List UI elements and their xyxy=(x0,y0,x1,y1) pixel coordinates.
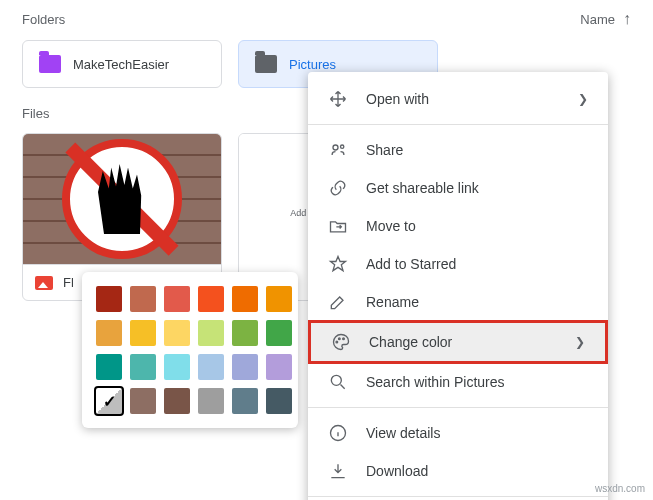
menu-label: Download xyxy=(366,463,428,479)
menu-label: Change color xyxy=(369,334,452,350)
color-swatch[interactable] xyxy=(130,354,156,380)
menu-view-details[interactable]: View details xyxy=(308,414,608,452)
folder-label: Pictures xyxy=(289,57,336,72)
color-swatch[interactable] xyxy=(130,320,156,346)
chevron-right-icon: ❯ xyxy=(575,335,585,349)
folder-label: MakeTechEasier xyxy=(73,57,169,72)
menu-label: Search within Pictures xyxy=(366,374,505,390)
svg-point-3 xyxy=(339,338,341,340)
open-with-icon xyxy=(328,89,348,109)
menu-add-starred[interactable]: Add to Starred xyxy=(308,245,608,283)
sort-label: Name xyxy=(580,12,615,27)
color-swatch[interactable] xyxy=(266,286,292,312)
svg-point-1 xyxy=(341,145,344,148)
color-swatch[interactable] xyxy=(232,286,258,312)
share-icon xyxy=(328,140,348,160)
chevron-right-icon: ❯ xyxy=(578,92,588,106)
svg-point-2 xyxy=(336,341,338,343)
rename-icon xyxy=(328,292,348,312)
svg-point-5 xyxy=(331,375,341,385)
menu-label: Move to xyxy=(366,218,416,234)
color-swatch[interactable] xyxy=(96,320,122,346)
color-swatch[interactable] xyxy=(198,354,224,380)
menu-open-with[interactable]: Open with ❯ xyxy=(308,80,608,118)
menu-label: Rename xyxy=(366,294,419,310)
star-icon xyxy=(328,254,348,274)
menu-download[interactable]: Download xyxy=(308,452,608,490)
menu-change-color[interactable]: Change color ❯ xyxy=(308,320,608,364)
color-swatch[interactable] xyxy=(266,320,292,346)
move-to-icon xyxy=(328,216,348,236)
file-name: Fl xyxy=(63,275,74,290)
folder-icon xyxy=(255,55,277,73)
color-swatch[interactable] xyxy=(164,286,190,312)
color-swatch[interactable] xyxy=(164,354,190,380)
menu-move-to[interactable]: Move to xyxy=(308,207,608,245)
menu-separator xyxy=(308,496,608,497)
color-swatch[interactable] xyxy=(164,388,190,414)
color-swatch[interactable] xyxy=(198,320,224,346)
color-swatch[interactable] xyxy=(130,286,156,312)
color-picker-popup xyxy=(82,272,298,428)
color-swatch[interactable] xyxy=(96,354,122,380)
menu-label: Share xyxy=(366,142,403,158)
palette-icon xyxy=(331,332,351,352)
color-swatch[interactable] xyxy=(266,388,292,414)
folder-maketecheasier[interactable]: MakeTechEasier xyxy=(22,40,222,88)
stop-sign-icon xyxy=(62,139,182,259)
menu-separator xyxy=(308,124,608,125)
svg-point-0 xyxy=(333,145,338,150)
color-swatch[interactable] xyxy=(164,320,190,346)
download-icon xyxy=(328,461,348,481)
menu-share[interactable]: Share xyxy=(308,131,608,169)
arrow-up-icon: ↑ xyxy=(623,10,631,28)
folders-heading: Folders xyxy=(22,12,65,27)
menu-get-link[interactable]: Get shareable link xyxy=(308,169,608,207)
context-menu: Open with ❯ Share Get shareable link Mov… xyxy=(308,72,608,500)
color-swatch[interactable] xyxy=(232,354,258,380)
color-swatch[interactable] xyxy=(198,388,224,414)
menu-label: View details xyxy=(366,425,440,441)
search-icon xyxy=(328,372,348,392)
image-icon xyxy=(35,276,53,290)
color-swatch[interactable] xyxy=(96,286,122,312)
info-icon xyxy=(328,423,348,443)
menu-search-within[interactable]: Search within Pictures xyxy=(308,363,608,401)
color-swatch[interactable] xyxy=(232,320,258,346)
files-heading: Files xyxy=(22,106,49,121)
menu-separator xyxy=(308,407,608,408)
menu-label: Get shareable link xyxy=(366,180,479,196)
folder-icon xyxy=(39,55,61,73)
color-swatch-default[interactable] xyxy=(96,388,122,414)
sort-control[interactable]: Name ↑ xyxy=(580,10,631,28)
svg-point-4 xyxy=(343,338,345,340)
color-swatch[interactable] xyxy=(232,388,258,414)
menu-label: Add to Starred xyxy=(366,256,456,272)
color-swatch[interactable] xyxy=(266,354,292,380)
watermark: wsxdn.com xyxy=(595,483,645,494)
menu-label: Open with xyxy=(366,91,429,107)
link-icon xyxy=(328,178,348,198)
menu-rename[interactable]: Rename xyxy=(308,283,608,321)
color-swatch[interactable] xyxy=(198,286,224,312)
file-thumbnail xyxy=(23,134,221,264)
color-swatch[interactable] xyxy=(130,388,156,414)
